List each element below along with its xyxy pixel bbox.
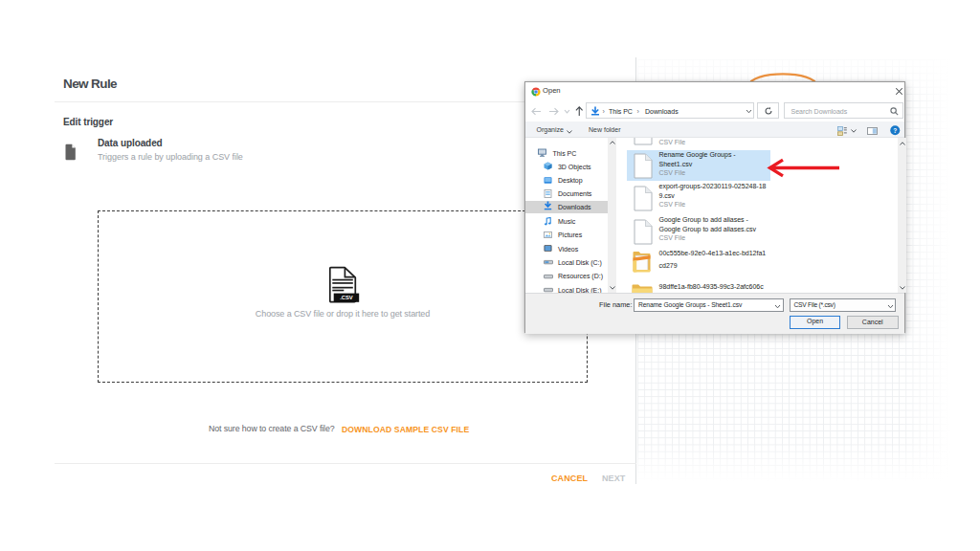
svg-text:?: ? [893, 127, 897, 134]
svg-text:.CSV: .CSV [340, 295, 353, 300]
